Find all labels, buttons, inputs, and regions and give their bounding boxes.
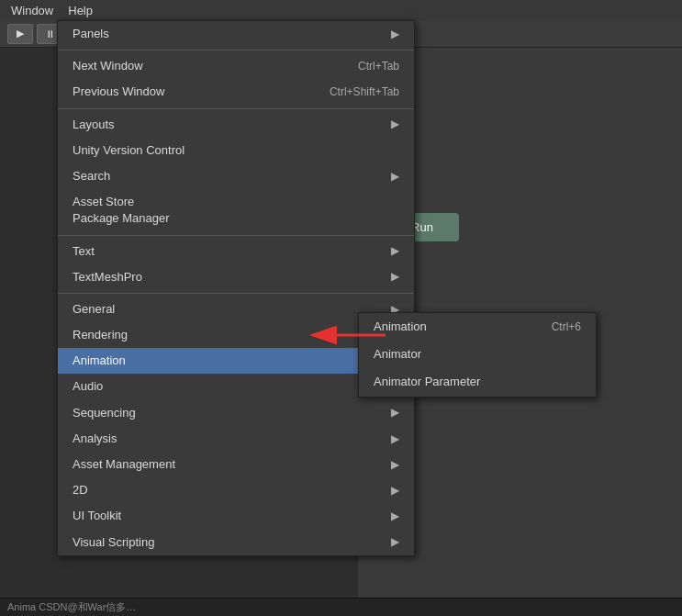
arrow-icon: ▶: [391, 457, 399, 473]
arrow-icon: ▶: [391, 431, 399, 447]
status-bar: Anima CSDN@和War信多…: [0, 598, 682, 616]
menubar-item-window[interactable]: Window: [4, 2, 61, 19]
submenu-item-animator-parameter[interactable]: Animator Parameter: [359, 368, 596, 396]
menu-item-2d[interactable]: 2D ▶: [58, 477, 414, 503]
arrow-icon: ▶: [391, 534, 399, 550]
arrow-icon: ▶: [391, 269, 399, 285]
menu-item-visual-scripting[interactable]: Visual Scripting ▶: [58, 530, 414, 555]
separator: [58, 293, 414, 294]
menu-item-asset-management[interactable]: Asset Management ▶: [58, 452, 414, 477]
menu-item-sequencing[interactable]: Sequencing ▶: [58, 400, 414, 426]
menu-item-text[interactable]: Text ▶: [58, 239, 414, 264]
arrow-icon: ▶: [391, 483, 399, 498]
menu-bar: Window Help: [0, 0, 682, 20]
arrow-icon: ▶: [391, 405, 399, 420]
menu-item-next-window[interactable]: Next Window Ctrl+Tab: [58, 53, 414, 79]
arrow-icon: ▶: [391, 243, 399, 259]
play-button[interactable]: ▶: [7, 24, 33, 44]
separator: [58, 50, 414, 50]
arrow-icon: ▶: [391, 117, 399, 132]
submenu-item-animation[interactable]: Animation Ctrl+6: [359, 313, 596, 341]
separator: [58, 108, 414, 109]
window-dropdown-menu: Panels ▶ Next Window Ctrl+Tab Previous W…: [57, 20, 415, 556]
menu-item-asset-store-package-manager[interactable]: Asset Store Package Manager: [58, 189, 414, 231]
menu-item-prev-window[interactable]: Previous Window Ctrl+Shift+Tab: [58, 79, 414, 105]
menu-item-analysis[interactable]: Analysis ▶: [58, 426, 414, 452]
menubar-item-help[interactable]: Help: [61, 2, 100, 19]
menu-item-panels[interactable]: Panels ▶: [58, 21, 414, 47]
status-bar-text: Anima CSDN@和War信多…: [7, 600, 675, 614]
menu-item-ui-toolkit[interactable]: UI Toolkit ▶: [58, 503, 414, 529]
arrow-icon: ▶: [391, 509, 399, 524]
menu-item-layouts[interactable]: Layouts ▶: [58, 112, 414, 138]
separator: [58, 235, 414, 236]
menu-item-search[interactable]: Search ▶: [58, 163, 414, 189]
arrow-icon: ▶: [391, 169, 399, 185]
submenu-item-animator[interactable]: Animator: [359, 341, 596, 368]
menu-item-textmeshpro[interactable]: TextMeshPro ▶: [58, 264, 414, 290]
animation-submenu: Animation Ctrl+6 Animator Animator Param…: [358, 312, 597, 398]
menu-item-unity-version-control[interactable]: Unity Version Control: [58, 138, 414, 163]
arrow-icon: ▶: [391, 27, 399, 42]
